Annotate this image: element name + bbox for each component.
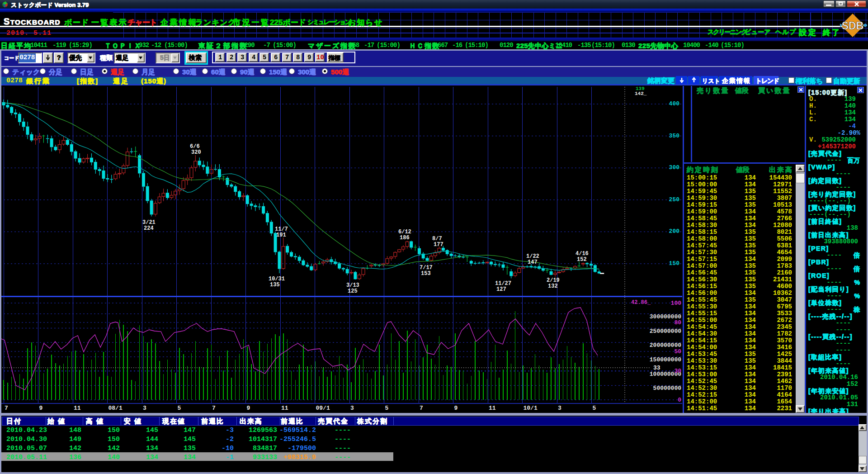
svg-text:SDB: SDB xyxy=(842,20,864,32)
